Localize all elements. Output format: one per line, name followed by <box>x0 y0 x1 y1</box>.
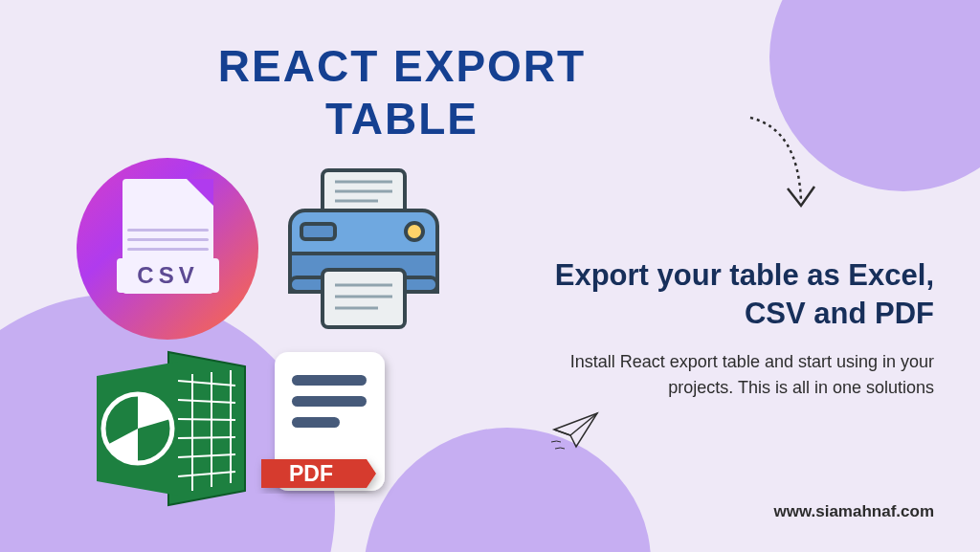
svg-rect-26 <box>292 417 340 428</box>
svg-text:PDF: PDF <box>289 461 333 486</box>
paper-plane-icon <box>549 408 602 452</box>
svg-line-15 <box>178 419 235 420</box>
csv-label: CSV <box>117 258 219 293</box>
svg-rect-9 <box>323 270 405 327</box>
printer-icon <box>273 163 455 340</box>
svg-point-7 <box>406 223 423 240</box>
pdf-icon: PDF <box>254 344 402 517</box>
description: Install React export table and start usi… <box>542 349 934 401</box>
format-icons-group: CSV <box>77 158 440 521</box>
curve-arrow-icon <box>717 110 832 244</box>
svg-line-16 <box>178 437 235 438</box>
csv-icon: CSV <box>77 158 258 340</box>
page-title: REACT EXPORT TABLE <box>163 40 641 145</box>
website-link: www.siamahnaf.com <box>773 502 934 521</box>
svg-rect-8 <box>301 224 335 239</box>
subtitle: Export your table as Excel, CSV and PDF <box>513 256 934 334</box>
svg-rect-24 <box>292 375 367 386</box>
excel-icon <box>82 347 255 510</box>
svg-rect-25 <box>292 396 367 407</box>
